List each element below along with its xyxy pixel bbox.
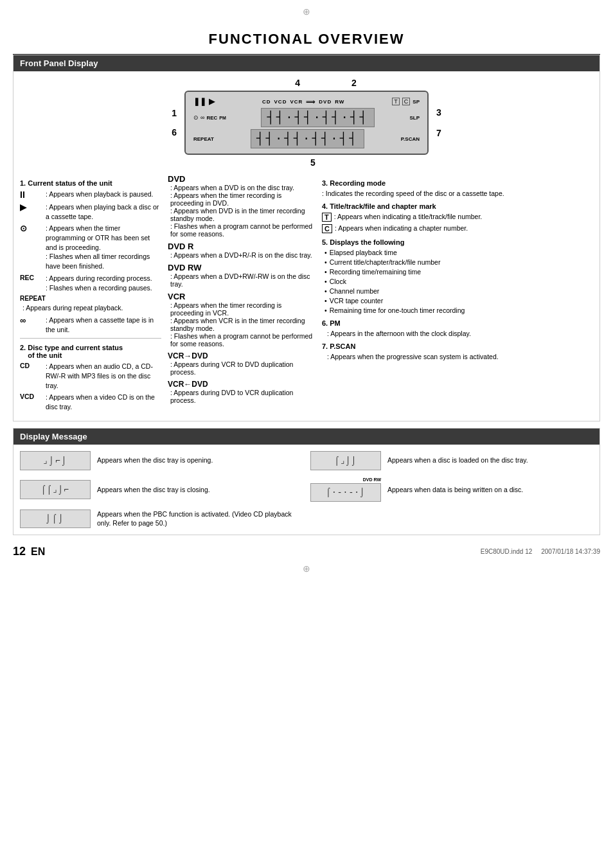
bullet-channel: •Channel number [322,287,593,295]
cd-label: CD [262,99,271,105]
label-4: 4 [295,78,300,88]
disc-vcd-row: VCD : Appears when a video CD is on the … [20,393,161,411]
rec-desc: : Appears during recording process.: Fla… [46,274,152,292]
disc-vcr-block: VCR : Appears when the timer recording i… [168,292,315,348]
section2-heading: 2. Disc type and current status of the u… [20,344,161,359]
top-labels: 4 2 [52,78,600,88]
pm-indicator: PM [219,116,226,120]
footer-page-number-area: 12 EN [13,545,45,558]
status-timer-row: ⊙ : Appears when the timer programming o… [20,224,161,270]
msg-text-open: Appears when the disc tray is opening. [97,456,213,465]
label-7: 7 [436,128,441,138]
vcr-symbol-label: VCR [168,292,315,301]
dvdrw-desc: : Appears when a DVD+RW/-RW is on the di… [168,272,315,288]
dvd-symbol-label: DVD [168,174,315,184]
rec-symbol: REC [20,274,43,281]
slp-label: SLP [409,115,420,121]
disc-vcr-dvd-block: VCR→DVD : Appears during VCR to DVD dupl… [168,351,315,376]
dvdr-desc: : Appears when a DVD+R/-R is on the disc… [168,251,315,259]
vcd-desc: : Appears when a video CD is on the disc… [46,393,161,411]
status-play-row: ▶ : Appears when playing back a disc or … [20,202,161,221]
timer-circle-icon: ⊙ [193,114,199,121]
arrow-label: ⟹ [306,98,315,105]
bullet-remaining: •Remaining time for one-touch timer reco… [322,306,593,314]
label-1: 1 [172,108,177,118]
dvd-desc-4: : Flashes when a program cannot be perfo… [170,222,315,238]
panel-right-icons: T C SP [392,98,420,105]
section3-text: : Indicates the recording speed of the d… [322,190,593,197]
dvd-desc-2: : Appears when the timer recording is pr… [170,191,315,207]
vcr-descs: : Appears when the timer recording is pr… [168,301,315,348]
msg-display-data-wrapper: DVDRW ⌠·-·-·⌡ [310,478,381,502]
section5-block: 5. Displays the following •Elapsed playb… [322,238,593,314]
c-icon: C [322,224,332,233]
msg-text-close: Appears when the disc tray is closing. [97,485,210,495]
panel-bot-row: REPEAT ┤┤·┤┤·┤┤·┤┤ P.SCAN [193,129,420,148]
msg-item-pbc: ⌡⌠⌡ Appears when the PBC function is act… [20,509,303,528]
t-icon: T [322,213,332,222]
dvdrw-symbol-label: DVD RW [168,263,315,272]
status-pause-row: II : Appears when playback is paused. [20,190,161,200]
footer-file: E9C80UD.indd 12 [481,548,533,555]
vcr-desc-1: : Appears when the timer recording is pr… [170,301,315,317]
label-3-wrapper: 3 7 [436,107,441,138]
msg-display-open: ⌟⌡⌐⌡ [20,451,91,470]
play-icon: ▶ [209,97,215,106]
front-panel-title: Front Panel Display [13,55,600,71]
timer-desc: : Appears when the timer programming or … [46,224,161,270]
panel-status-icons: ❚❚ ▶ [193,97,215,106]
play-symbol: ▶ [20,202,43,212]
front-panel-section: Front Panel Display 4 2 1 6 ❚❚ ▶ [13,55,600,421]
bullet-title: •Current title/chapter/track/file number [322,258,593,266]
label-5: 5 [310,157,315,168]
vcr-desc-3: : Flashes when a program cannot be perfo… [170,332,315,348]
label-3: 3 [436,107,441,118]
bottom-crosshair: ⊕ [13,563,600,574]
vcd-symbol: VCD [20,393,43,400]
footer-right: E9C80UD.indd 12 2007/01/18 14:37:39 [481,548,600,555]
segment-display-bot: ┤┤·┤┤·┤┤·┤┤ [251,129,364,148]
dvd-descs: : Appears when a DVD is on the disc tray… [168,184,315,238]
status-repeat-block: REPEAT : Appears during repeat playback. [20,295,161,313]
left-column: 1. Current status of the unit II : Appea… [20,174,161,414]
msg-item-load: ⌠⌟⌡⌡ Appears when a disc is loaded on th… [310,451,593,470]
cassette-desc: : Appears when a cassette tape is in the… [46,315,161,334]
msg-display-pbc: ⌡⌠⌡ [20,509,91,528]
vcr-desc-2: : Appears when VCR is in the timer recor… [170,317,315,332]
disc-cd-row: CD : Appears when an audio CD, a CD-RW/-… [20,362,161,390]
msg-text-pbc: Appears when the PBC function is activat… [97,509,303,528]
panel-display: ❚❚ ▶ CD VCD VCR ⟹ DVD RW T C SP [184,91,429,155]
repeat-symbol-label: REPEAT [20,295,161,302]
msg-display-close: ⌠⌠⌟⌡⌐ [20,480,91,499]
repeat-desc: : Appears during repeat playback. [20,303,161,313]
status-cassette-row: ∞ : Appears when a cassette tape is in t… [20,315,161,334]
segment-display-top: ┤┤·┤┤·┤┤·┤┤ [261,108,374,127]
timer-symbol: ⊙ [20,224,43,233]
panel-top-row: ❚❚ ▶ CD VCD VCR ⟹ DVD RW T C SP [193,97,420,106]
disc-dvdr-block: DVD R : Appears when a DVD+R/-R is on th… [168,242,315,259]
t-icon-box: T [392,98,400,105]
bullet-elapsed: •Elapsed playback time [322,249,593,256]
section3-heading: 3. Recording mode [322,179,593,187]
right-column: 3. Recording mode : Indicates the record… [322,174,593,414]
disc-dvd-vcr-block: VCR←DVD : Appears during DVD to VCR dupl… [168,380,315,404]
section5-bullets: •Elapsed playback time •Current title/ch… [322,249,593,314]
diagram-area: 4 2 1 6 ❚❚ ▶ CD VCD [13,71,600,171]
content-columns: 1. Current status of the unit II : Appea… [13,171,600,421]
section6-text: : Appears in the afternoon with the cloc… [322,330,593,337]
page-footer: 12 EN E9C80UD.indd 12 2007/01/18 14:37:3… [13,542,600,558]
dvd-vcr-symbol-label: VCR←DVD [168,380,315,389]
display-msg-grid: ⌟⌡⌐⌡ Appears when the disc tray is openi… [13,445,600,535]
panel-mid-row: ⊙ ∞ REC PM ┤┤·┤┤·┤┤·┤┤ SLP [193,108,420,127]
pscan-label: P.SCAN [401,136,420,142]
repeat-label: REPEAT [193,136,214,142]
label-5-wrapper: 5 [39,157,587,168]
pause-desc: : Appears when playback is paused. [46,190,154,199]
dvd-desc-3: : Appears when DVD is in the timer recor… [170,207,315,222]
disc-dvdrw-block: DVD RW : Appears when a DVD+RW/-RW is on… [168,263,315,288]
dvd-vcr-desc: : Appears during DVD to VCR duplication … [168,389,315,404]
section7-block: 7. P.SCAN : Appears when the progressive… [322,342,593,360]
disc-dvd-block: DVD : Appears when a DVD is on the disc … [168,174,315,238]
label-1-wrapper: 1 6 [172,108,177,137]
msg-text-data: Appears when data is being written on a … [387,485,523,495]
